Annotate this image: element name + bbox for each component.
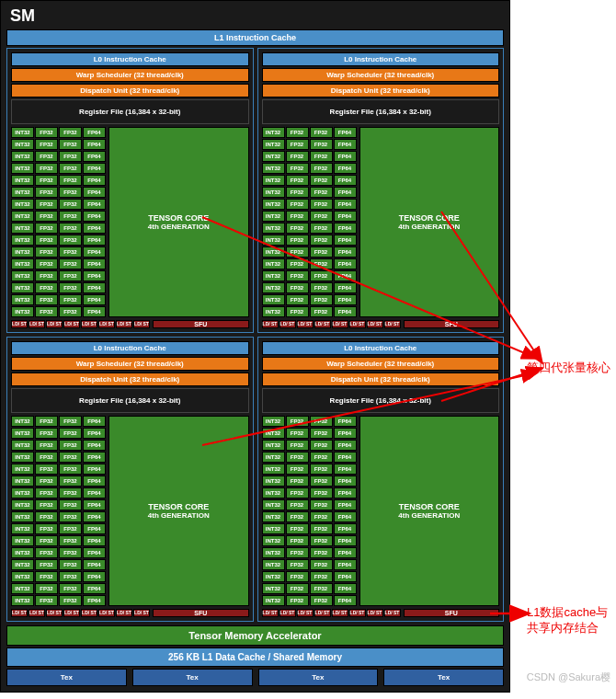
fp32-unit: FP32 bbox=[59, 175, 82, 186]
fp32-unit: FP32 bbox=[35, 270, 58, 281]
ldst-unit: LD/ ST bbox=[29, 320, 45, 328]
fp64-unit: FP64 bbox=[83, 151, 106, 162]
fp32-unit: FP32 bbox=[35, 428, 58, 439]
fp32-unit: FP32 bbox=[59, 571, 82, 582]
fp64-unit: FP64 bbox=[83, 535, 106, 546]
fp64-unit: FP64 bbox=[83, 246, 106, 258]
fp32-unit: FP32 bbox=[59, 499, 82, 510]
fp32-unit: FP32 bbox=[35, 294, 58, 305]
ldst-unit: LD/ ST bbox=[98, 609, 115, 617]
int32-unit: INT32 bbox=[11, 583, 34, 594]
register-file: Register File (16,384 x 32-bit) bbox=[262, 99, 500, 124]
fp64-unit: FP64 bbox=[334, 211, 357, 222]
ldst-unit: LD/ ST bbox=[279, 609, 296, 617]
fp32-unit: FP32 bbox=[35, 440, 58, 451]
fp64-unit: FP64 bbox=[83, 523, 106, 534]
ldst-unit: LD/ ST bbox=[133, 320, 150, 328]
ldst-unit: LD/ ST bbox=[297, 609, 314, 617]
fp32-unit: FP32 bbox=[35, 163, 58, 174]
fp32-unit: FP32 bbox=[310, 187, 333, 198]
fp64-unit: FP64 bbox=[334, 583, 357, 594]
fp64-unit: FP64 bbox=[83, 270, 106, 281]
fp64-unit: FP64 bbox=[83, 235, 106, 246]
fp64-unit: FP64 bbox=[83, 294, 106, 305]
fp32-unit: FP32 bbox=[310, 559, 333, 570]
l1-data-cache: 256 KB L1 Data Cache / Shared Memory bbox=[6, 647, 504, 667]
fp32-unit: FP32 bbox=[59, 282, 82, 293]
int32-unit: INT32 bbox=[11, 270, 34, 281]
fp64-unit: FP64 bbox=[83, 163, 106, 174]
fp32-unit: FP32 bbox=[35, 464, 58, 475]
ldst-unit: LD/ ST bbox=[384, 320, 401, 328]
fp32-unit: FP32 bbox=[286, 487, 309, 498]
int32-unit: INT32 bbox=[262, 535, 285, 546]
fp64-unit: FP64 bbox=[83, 571, 106, 582]
ldst-unit: LD/ ST bbox=[116, 320, 132, 328]
int32-unit: INT32 bbox=[11, 306, 34, 317]
fp32-unit: FP32 bbox=[35, 523, 58, 534]
ldst-unit: LD/ ST bbox=[367, 609, 383, 617]
fp32-unit: FP32 bbox=[59, 223, 82, 234]
fp64-unit: FP64 bbox=[83, 175, 106, 186]
fp32-unit: FP32 bbox=[59, 163, 82, 174]
tensor-core-title: TENSOR CORE bbox=[109, 502, 248, 511]
ldst-unit: LD/ ST bbox=[63, 609, 80, 617]
tensor-core-title: TENSOR CORE bbox=[360, 502, 499, 511]
fp32-unit: FP32 bbox=[35, 175, 58, 186]
fp32-unit: FP32 bbox=[310, 571, 333, 582]
l0-instruction-cache: L0 Instruction Cache bbox=[262, 52, 500, 66]
fp64-unit: FP64 bbox=[334, 511, 357, 522]
int32-unit: INT32 bbox=[11, 595, 34, 606]
l0-instruction-cache: L0 Instruction Cache bbox=[11, 52, 249, 66]
fp64-unit: FP64 bbox=[334, 440, 357, 451]
fp32-unit: FP32 bbox=[59, 428, 82, 439]
tex-units-row: TexTexTexTex bbox=[6, 669, 504, 686]
ldst-sfu-row: LD/ STLD/ STLD/ STLD/ STLD/ STLD/ STLD/ … bbox=[262, 609, 500, 617]
sfu-unit: SFU bbox=[153, 609, 249, 617]
fp32-unit: FP32 bbox=[35, 535, 58, 546]
annotation-tensor-core: 第四代张量核心 bbox=[527, 361, 610, 376]
tensor-memory-accelerator: Tensor Memory Accelerator bbox=[6, 625, 504, 646]
fp32-unit: FP32 bbox=[59, 258, 82, 269]
fp32-unit: FP32 bbox=[310, 294, 333, 305]
fp32-unit: FP32 bbox=[59, 187, 82, 198]
fp32-unit: FP32 bbox=[35, 187, 58, 198]
ldst-unit: LD/ ST bbox=[98, 320, 115, 328]
fp32-unit: FP32 bbox=[59, 595, 82, 606]
fp32-unit: FP32 bbox=[286, 175, 309, 186]
ldst-unit: LD/ ST bbox=[11, 320, 28, 328]
int32-unit: INT32 bbox=[11, 187, 34, 198]
int32-unit: INT32 bbox=[262, 499, 285, 510]
tensor-core-generation: 4th GENERATION bbox=[360, 223, 499, 231]
fp32-unit: FP32 bbox=[35, 499, 58, 510]
ldst-unit: LD/ ST bbox=[46, 320, 63, 328]
fp64-unit: FP64 bbox=[334, 535, 357, 546]
fp32-unit: FP32 bbox=[35, 583, 58, 594]
fp32-unit: FP32 bbox=[310, 523, 333, 534]
int32-unit: INT32 bbox=[11, 246, 34, 258]
int32-unit: INT32 bbox=[11, 294, 34, 305]
sm-block-diagram: SM L1 Instruction Cache L0 Instruction C… bbox=[0, 0, 510, 693]
fp32-unit: FP32 bbox=[310, 595, 333, 606]
fp32-unit: FP32 bbox=[286, 199, 309, 210]
int32-unit: INT32 bbox=[11, 428, 34, 439]
int32-unit: INT32 bbox=[262, 199, 285, 210]
core-columns-row: INT32INT32INT32INT32INT32INT32INT32INT32… bbox=[11, 416, 249, 606]
fp64-unit: FP64 bbox=[334, 175, 357, 186]
fp32-unit: FP32 bbox=[286, 151, 309, 162]
fp32-unit: FP32 bbox=[310, 175, 333, 186]
fp32-unit: FP32 bbox=[59, 559, 82, 570]
quadrant-grid: L0 Instruction CacheWarp Scheduler (32 t… bbox=[6, 48, 504, 622]
fp32-unit: FP32 bbox=[35, 511, 58, 522]
int32-unit: INT32 bbox=[262, 175, 285, 186]
int32-unit: INT32 bbox=[262, 476, 285, 487]
fp64-unit: FP64 bbox=[334, 428, 357, 439]
fp32-unit: FP32 bbox=[59, 452, 82, 463]
fp32-unit: FP32 bbox=[310, 499, 333, 510]
fp32-unit: FP32 bbox=[59, 199, 82, 210]
ldst-unit: LD/ ST bbox=[314, 320, 331, 328]
fp32-unit: FP32 bbox=[310, 440, 333, 451]
int32-unit: INT32 bbox=[11, 559, 34, 570]
fp32-unit: FP32 bbox=[286, 163, 309, 174]
fp32-unit: FP32 bbox=[310, 246, 333, 258]
